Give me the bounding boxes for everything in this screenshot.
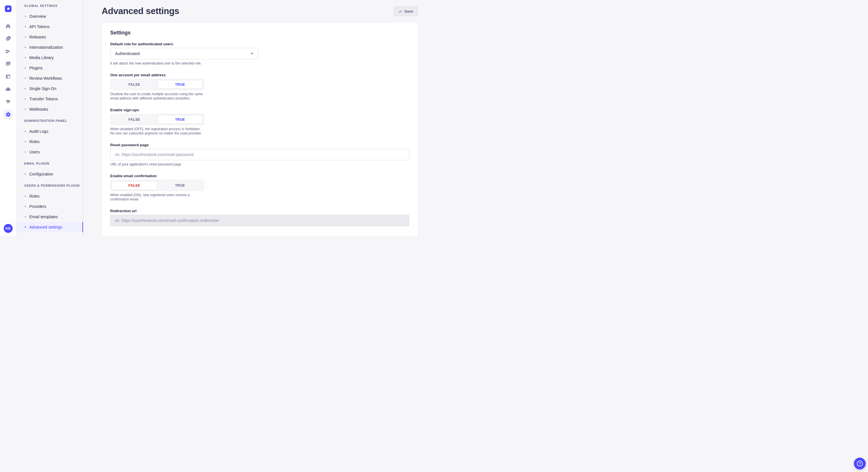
icon-rail: KD (0, 0, 17, 236)
page-title: Advanced settings (102, 6, 179, 16)
sidebar-item-providers[interactable]: Providers (17, 201, 83, 212)
redirection-url-label: Redirection url (110, 209, 409, 213)
sidebar-item-label: Email templates (29, 214, 58, 219)
email-confirmation-toggle: FALSE TRUE (110, 180, 204, 191)
sidebar-item-admin-users[interactable]: Users (17, 147, 83, 157)
one-account-false-option[interactable]: FALSE (112, 80, 157, 89)
field-email-confirmation: Enable email confirmation FALSE TRUE Whe… (110, 174, 204, 202)
one-account-true-option[interactable]: TRUE (157, 80, 203, 89)
reset-password-input[interactable] (110, 149, 409, 160)
main-content: Advanced settings Save Settings Default … (83, 0, 434, 236)
sidebar-item-label: Single Sign-On (29, 86, 56, 91)
bullet-icon (25, 131, 26, 132)
one-account-label: One account per email address (110, 73, 204, 77)
content-type-builder-icon[interactable] (3, 72, 12, 81)
user-avatar[interactable]: KD (4, 224, 12, 233)
redirection-url-input[interactable] (110, 215, 409, 226)
settings-sidebar: GLOBAL SETTINGS Overview API Tokens Rele… (17, 0, 83, 236)
email-confirmation-true-option[interactable]: TRUE (157, 181, 203, 190)
sidebar-item-label: Providers (29, 204, 46, 209)
bullet-icon (25, 216, 26, 217)
section-header-administration-panel: ADMINISTRATION PANEL (17, 119, 83, 123)
sidebar-item-webhooks[interactable]: Webhooks (17, 104, 83, 114)
default-role-value: Authenticated (115, 51, 140, 56)
page-header: Advanced settings Save (102, 0, 418, 16)
releases-icon[interactable] (3, 47, 12, 56)
sidebar-item-label: Overview (29, 14, 46, 19)
sign-ups-label: Enable sign-ups (110, 108, 204, 112)
sidebar-item-label: Review Workflows (29, 76, 62, 80)
sidebar-item-label: Audit Logs (29, 129, 48, 134)
bullet-icon (25, 151, 26, 153)
email-confirmation-false-option[interactable]: FALSE (112, 181, 157, 190)
bullet-icon (25, 109, 26, 110)
section-header-users-permissions-plugin: USERS & PERMISSIONS PLUGIN (17, 184, 83, 187)
sign-ups-toggle: FALSE TRUE (110, 114, 204, 125)
save-button-label: Save (404, 9, 413, 13)
sidebar-item-media-library[interactable]: Media Library (17, 53, 83, 63)
sidebar-item-label: API Tokens (29, 24, 50, 29)
sidebar-item-plugins[interactable]: Plugins (17, 63, 83, 73)
strapi-logo[interactable] (5, 5, 11, 12)
sidebar-item-email-templates[interactable]: Email templates (17, 212, 83, 222)
sidebar-item-label: Roles (29, 194, 40, 198)
sidebar-item-review-workflows[interactable]: Review Workflows (17, 73, 83, 83)
home-icon[interactable] (3, 22, 12, 31)
cloud-icon[interactable] (3, 85, 12, 94)
bullet-icon (25, 16, 26, 17)
sidebar-item-label: Plugins (29, 66, 42, 70)
reset-password-hint: URL of your application's reset password… (110, 162, 409, 167)
bullet-icon (25, 173, 26, 175)
content-manager-icon[interactable] (3, 34, 12, 43)
sidebar-item-label: Configuration (29, 172, 53, 176)
sidebar-item-up-roles[interactable]: Roles (17, 191, 83, 201)
bullet-icon (25, 67, 26, 69)
sidebar-item-releases[interactable]: Releases (17, 32, 83, 42)
sidebar-item-email-configuration[interactable]: Configuration (17, 169, 83, 179)
field-reset-password: Reset password page URL of your applicat… (110, 143, 409, 167)
bullet-icon (25, 47, 26, 48)
bullet-icon (25, 227, 26, 228)
bullet-icon (25, 36, 26, 38)
settings-panel: Settings Default role for authenticated … (102, 23, 418, 236)
sidebar-item-label: Roles (29, 139, 40, 144)
sign-ups-true-option[interactable]: TRUE (157, 115, 203, 124)
sidebar-item-api-tokens[interactable]: API Tokens (17, 22, 83, 32)
field-sign-ups: Enable sign-ups FALSE TRUE When disabled… (110, 108, 204, 136)
sidebar-item-label: Transfer Tokens (29, 97, 58, 101)
sidebar-item-advanced-settings[interactable]: Advanced settings (17, 222, 83, 232)
rail-bottom-divider (0, 222, 16, 222)
sign-ups-hint: When disabled (OFF), the registration pr… (110, 127, 204, 136)
default-role-select[interactable]: Authenticated (110, 48, 258, 59)
bullet-icon (25, 78, 26, 79)
sidebar-item-label: Webhooks (29, 107, 48, 111)
sidebar-item-single-sign-on[interactable]: Single Sign-On (17, 83, 83, 94)
sign-ups-false-option[interactable]: FALSE (112, 115, 157, 124)
panel-heading: Settings (110, 30, 409, 36)
save-button[interactable]: Save (394, 7, 418, 16)
chevron-down-icon (250, 53, 253, 55)
reset-password-label: Reset password page (110, 143, 409, 147)
sidebar-item-overview[interactable]: Overview (17, 11, 83, 22)
field-one-account: One account per email address FALSE TRUE… (110, 73, 204, 101)
sidebar-item-label: Users (29, 150, 40, 154)
bullet-icon (25, 141, 26, 142)
marketplace-icon[interactable] (3, 97, 12, 106)
field-default-role: Default role for authenticated users Aut… (110, 42, 409, 66)
bullet-icon (25, 98, 26, 100)
settings-icon[interactable] (3, 110, 12, 119)
section-header-global-settings: GLOBAL SETTINGS (17, 4, 83, 7)
bullet-icon (25, 26, 26, 27)
section-header-email-plugin: EMAIL PLUGIN (17, 162, 83, 165)
one-account-hint: Disallow the user to create multiple acc… (110, 92, 204, 101)
sidebar-item-audit-logs[interactable]: Audit Logs (17, 126, 83, 136)
sidebar-item-transfer-tokens[interactable]: Transfer Tokens (17, 94, 83, 104)
sidebar-item-internationalization[interactable]: Internationalization (17, 42, 83, 53)
media-library-icon[interactable] (3, 59, 12, 69)
bullet-icon (25, 88, 26, 89)
bullet-icon (25, 57, 26, 58)
strapi-logo-mark (5, 6, 11, 12)
sidebar-item-admin-roles[interactable]: Roles (17, 136, 83, 147)
one-account-toggle: FALSE TRUE (110, 79, 204, 90)
email-confirmation-label: Enable email confirmation (110, 174, 204, 178)
